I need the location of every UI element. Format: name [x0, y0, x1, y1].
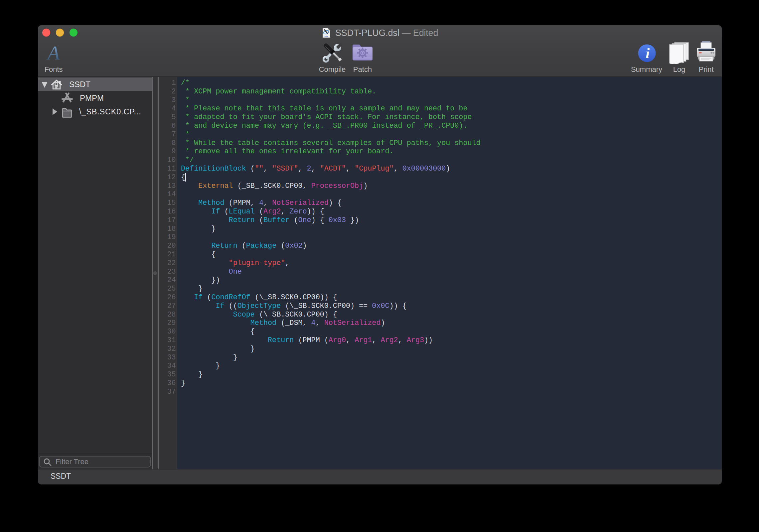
svg-text:i: i	[646, 45, 650, 62]
svg-text:DSL: DSL	[325, 36, 329, 38]
